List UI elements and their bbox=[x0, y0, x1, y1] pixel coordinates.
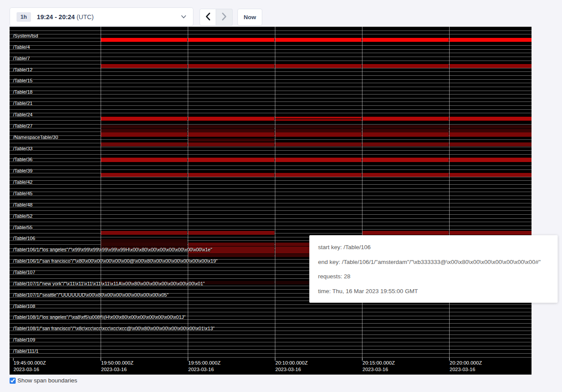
key-row-label: /Table/33 bbox=[13, 146, 33, 151]
tooltip-requests: requests: 28 bbox=[318, 269, 549, 284]
time-axis-label: 20:20:00.000Z2023-03-16 bbox=[450, 360, 482, 372]
key-visualizer-canvas[interactable]: /System/tsd/Table/4/Table/7/Table/12/Tab… bbox=[10, 27, 532, 375]
key-row-label: /Table/107/1/"seattle"/"UUUUUUD\x00\x80\… bbox=[13, 293, 169, 297]
key-row-label: /Table/108 bbox=[13, 304, 35, 309]
key-row-label: /Table/18 bbox=[13, 90, 33, 95]
time-axis-label: 20:10:00.000Z2023-03-16 bbox=[275, 360, 308, 372]
chevron-down-icon bbox=[181, 15, 186, 19]
bucket-tooltip: start key: /Table/106 end key: /Table/10… bbox=[309, 235, 558, 303]
key-row-label: /Table/7 bbox=[13, 56, 30, 61]
now-button[interactable]: Now bbox=[237, 9, 262, 26]
key-row-label: /Table/27 bbox=[13, 124, 33, 128]
key-row-label: /Table/42 bbox=[13, 180, 33, 185]
show-span-boundaries-label[interactable]: Show span boundaries bbox=[17, 377, 77, 384]
key-row-label: /System/tsd bbox=[13, 34, 38, 38]
time-nav-group bbox=[200, 9, 233, 26]
key-row-label: /Table/52 bbox=[13, 214, 33, 219]
show-span-boundaries-checkbox[interactable] bbox=[10, 378, 16, 384]
key-row-label: /Table/106/1/"san francisco"/"\x80\x00\x… bbox=[13, 259, 218, 264]
key-row-label: /Table/111/1 bbox=[13, 349, 38, 354]
key-row-label: /Table/15 bbox=[13, 78, 33, 83]
time-range-preset-badge: 1h bbox=[17, 12, 31, 22]
key-row-label: /Table/48 bbox=[13, 203, 33, 207]
key-row-label: /Table/45 bbox=[13, 191, 33, 196]
key-row-label: /Table/108/1/"san francisco"/"\x8c\xcc\x… bbox=[13, 326, 215, 331]
key-row-label: /Table/108/1/"los angeles"/"\xa8\xf5\u00… bbox=[13, 315, 186, 320]
key-row-label: /Table/4 bbox=[13, 45, 30, 50]
time-axis-label: 20:15:00.000Z2023-03-16 bbox=[362, 360, 395, 372]
time-range-selector[interactable]: 1h 19:24 - 20:24 (UTC) bbox=[10, 7, 193, 26]
chevron-right-icon bbox=[222, 13, 227, 22]
key-row-label: /Table/109 bbox=[13, 338, 35, 342]
time-axis-label: 19:50:00.000Z2023-03-16 bbox=[101, 360, 133, 372]
key-row-label: /Table/21 bbox=[13, 101, 33, 106]
time-axis-label: 19:55:00.000Z2023-03-16 bbox=[188, 360, 220, 372]
key-row-label: /NamespaceTable/30 bbox=[13, 135, 58, 140]
chevron-left-icon bbox=[206, 13, 210, 22]
tooltip-start-key: start key: /Table/106 bbox=[318, 240, 549, 255]
key-row-label: /Table/39 bbox=[13, 169, 33, 173]
key-row-label: /Table/12 bbox=[13, 68, 33, 72]
tooltip-time: time: Thu, 16 Mar 2023 19:55:00 GMT bbox=[318, 284, 549, 299]
time-axis-label: 19:45:00.000Z2023-03-16 bbox=[14, 360, 46, 372]
time-range-timezone: (UTC) bbox=[77, 14, 94, 20]
key-row-label: /Table/106 bbox=[13, 236, 35, 241]
footer-controls: Show span boundaries bbox=[10, 377, 77, 384]
key-row-label: /Table/24 bbox=[13, 112, 33, 117]
time-range-label: 19:24 - 20:24 bbox=[37, 14, 75, 20]
key-row-label: /Table/107 bbox=[13, 270, 35, 275]
tooltip-end-key: end key: /Table/106/1/"amsterdam"/"\xb33… bbox=[318, 255, 549, 270]
key-row-label: /Table/106/1/"los angeles"/"\x99\x99\x99… bbox=[13, 247, 212, 252]
key-row-label: /Table/36 bbox=[13, 157, 33, 162]
key-row-label: /Table/107/1/"new york"/"\x11\x11\x11\x1… bbox=[13, 281, 205, 286]
next-interval-button[interactable] bbox=[216, 9, 233, 26]
key-row-label: /Table/55 bbox=[13, 225, 33, 230]
previous-interval-button[interactable] bbox=[200, 9, 216, 26]
